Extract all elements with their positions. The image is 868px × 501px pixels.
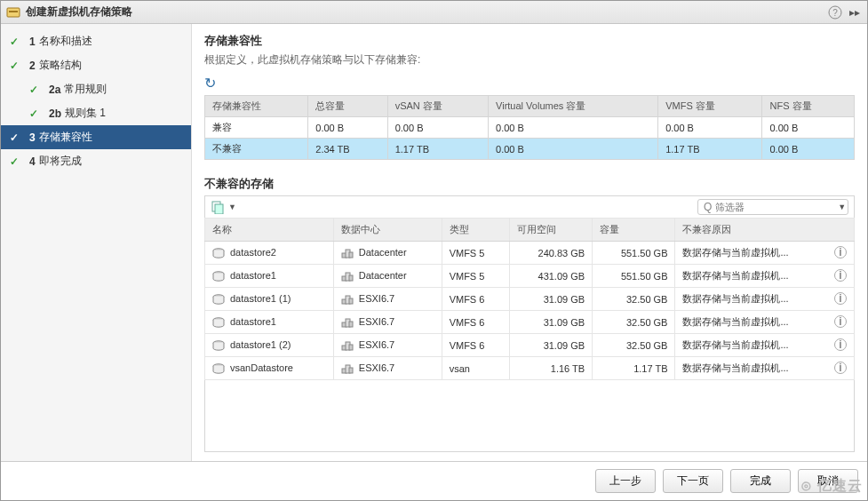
info-icon[interactable]: i — [834, 269, 847, 282]
info-icon[interactable]: i — [834, 315, 847, 328]
datastore-icon — [212, 248, 225, 258]
svg-rect-1 — [9, 11, 18, 12]
table-row[interactable]: vsanDatastoreESXI6.7vsan1.16 TB1.17 TB数据… — [205, 357, 855, 380]
svg-rect-21 — [349, 322, 353, 327]
main-content: 存储兼容性 根据定义，此虚拟机存储策略与以下存储兼容: ↻ 存储兼容性总容量vS… — [192, 24, 867, 461]
svg-rect-13 — [349, 275, 353, 281]
info-icon[interactable]: i — [834, 338, 847, 351]
col-header[interactable]: 类型 — [442, 219, 509, 242]
col-header[interactable]: 不兼容原因 — [675, 219, 855, 242]
check-icon: ✓ — [10, 36, 22, 48]
search-icon: Q — [704, 201, 712, 213]
incompat-title: 不兼容的存储 — [204, 176, 855, 192]
wizard-step-2[interactable]: ✓2 策略结构 — [1, 53, 191, 77]
dialog-window: 创建新虚拟机存储策略 ? ▸▸ ✓1 名称和描述✓2 策略结构✓2a 常用规则✓… — [0, 0, 868, 501]
table-empty-area — [204, 380, 855, 452]
datastore-icon — [212, 294, 225, 305]
table-row[interactable]: datastore1 (1)ESXI6.7VMFS 631.09 GB32.50… — [205, 288, 855, 311]
storage-policy-icon — [6, 5, 20, 20]
col-header[interactable]: 总容量 — [308, 96, 387, 117]
refresh-icon[interactable]: ↻ — [204, 75, 855, 91]
svg-text:?: ? — [832, 8, 838, 18]
datacenter-icon — [341, 340, 354, 351]
col-header[interactable]: 容量 — [593, 219, 675, 242]
cancel-button[interactable]: 取消 — [798, 469, 858, 493]
svg-rect-29 — [349, 368, 353, 373]
check-icon: ✓ — [10, 60, 22, 72]
compat-header-row: 存储兼容性总容量vSAN 容量Virtual Volumes 容量VMFS 容量… — [205, 96, 855, 117]
wizard-step-2b[interactable]: ✓2b 规则集 1 — [1, 101, 191, 125]
datacenter-icon — [341, 363, 354, 374]
back-button[interactable]: 上一步 — [595, 469, 656, 493]
wizard-step-2a[interactable]: ✓2a 常用规则 — [1, 77, 191, 101]
copy-icon[interactable] — [211, 199, 227, 215]
info-icon[interactable]: i — [834, 246, 847, 258]
table-row[interactable]: datastore1 (2)ESXI6.7VMFS 631.09 GB32.50… — [205, 334, 855, 357]
table-row[interactable]: datastore1DatacenterVMFS 5431.09 GB551.5… — [205, 265, 855, 288]
incompat-table: 名称数据中心类型可用空间容量不兼容原因 datastore2Datacenter… — [204, 218, 855, 380]
col-header[interactable]: vSAN 容量 — [387, 96, 488, 117]
table-row[interactable]: datastore1ESXI6.7VMFS 631.09 GB32.50 GB数… — [205, 311, 855, 334]
datastore-icon — [212, 271, 225, 282]
wizard-sidebar: ✓1 名称和描述✓2 策略结构✓2a 常用规则✓2b 规则集 1✓3 存储兼容性… — [1, 24, 192, 461]
datastore-icon — [212, 340, 225, 351]
dialog-title: 创建新虚拟机存储策略 — [26, 4, 828, 20]
next-button[interactable]: 下一页 — [663, 469, 723, 493]
finish-button[interactable]: 完成 — [730, 469, 791, 493]
datacenter-icon — [341, 294, 354, 305]
filter-dropdown-icon[interactable]: ▼ — [838, 203, 846, 211]
svg-rect-25 — [349, 345, 353, 350]
check-icon: ✓ — [29, 107, 42, 120]
section-description: 根据定义，此虚拟机存储策略与以下存储兼容: — [204, 52, 855, 68]
col-header[interactable]: Virtual Volumes 容量 — [489, 96, 658, 117]
check-icon: ✓ — [10, 131, 22, 144]
wizard-step-4[interactable]: ✓4 即将完成 — [1, 149, 191, 173]
help-icon[interactable]: ? — [828, 5, 842, 20]
info-icon[interactable]: i — [834, 362, 847, 374]
pin-icon[interactable]: ▸▸ — [848, 6, 862, 19]
section-title: 存储兼容性 — [204, 33, 855, 49]
dialog-body: ✓1 名称和描述✓2 策略结构✓2a 常用规则✓2b 规则集 1✓3 存储兼容性… — [1, 24, 867, 461]
col-header[interactable]: 可用空间 — [509, 219, 592, 242]
datacenter-icon — [341, 248, 354, 258]
info-icon[interactable]: i — [834, 292, 847, 305]
check-icon: ✓ — [10, 155, 22, 168]
col-header[interactable]: 数据中心 — [333, 219, 442, 242]
toolbar-dropdown-icon[interactable]: ▼ — [228, 203, 236, 211]
incompat-header-row: 名称数据中心类型可用空间容量不兼容原因 — [205, 219, 855, 242]
filter-input[interactable] — [715, 202, 838, 212]
check-icon: ✓ — [29, 84, 42, 96]
wizard-step-3[interactable]: ✓3 存储兼容性 — [1, 125, 191, 149]
compat-body: 兼容0.00 B0.00 B0.00 B0.00 B0.00 B不兼容2.34 … — [205, 117, 855, 160]
datastore-icon — [212, 363, 225, 374]
svg-rect-9 — [349, 252, 353, 258]
incompat-toolbar: ▼ Q ▼ — [204, 195, 855, 218]
svg-rect-5 — [215, 204, 223, 214]
titlebar: 创建新虚拟机存储策略 ? ▸▸ — [1, 1, 867, 24]
filter-box[interactable]: Q ▼ — [697, 199, 848, 215]
datacenter-icon — [341, 317, 354, 328]
datacenter-icon — [341, 271, 354, 282]
datastore-icon — [212, 317, 225, 328]
incompat-body: datastore2DatacenterVMFS 5240.83 GB551.5… — [205, 242, 855, 380]
col-header[interactable]: 存储兼容性 — [205, 96, 308, 117]
compatibility-table: 存储兼容性总容量vSAN 容量Virtual Volumes 容量VMFS 容量… — [204, 95, 855, 160]
button-bar: 上一步 下一页 完成 取消 — [1, 461, 867, 500]
table-row[interactable]: 不兼容2.34 TB1.17 TB0.00 B1.17 TB0.00 B — [205, 139, 855, 160]
col-header[interactable]: VMFS 容量 — [658, 96, 762, 117]
table-row[interactable]: 兼容0.00 B0.00 B0.00 B0.00 B0.00 B — [205, 117, 855, 139]
table-row[interactable]: datastore2DatacenterVMFS 5240.83 GB551.5… — [205, 242, 855, 265]
col-header[interactable]: 名称 — [205, 219, 334, 242]
wizard-step-1[interactable]: ✓1 名称和描述 — [1, 29, 191, 53]
svg-rect-17 — [349, 298, 353, 304]
col-header[interactable]: NFS 容量 — [762, 96, 855, 117]
